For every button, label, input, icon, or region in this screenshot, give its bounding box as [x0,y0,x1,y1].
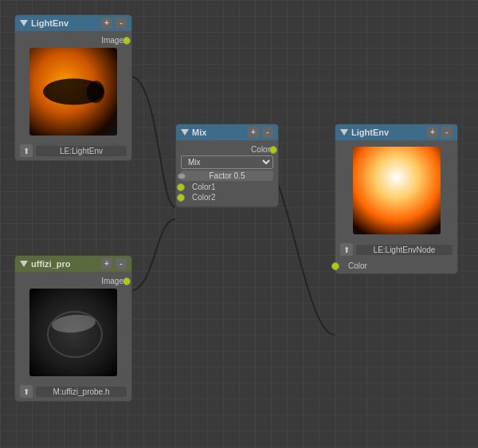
lightenv1-thumbnail [29,48,117,136]
uffizi-footer: ⬆ M:uffizi_probe.h [15,383,131,401]
mix-header: Mix + - [176,124,278,140]
lightenv2-content [335,140,457,241]
lightenv2-color-label: Color [348,261,367,270]
lightenv2-sphere-img [353,147,441,234]
uffizi-image-label: Image [101,277,123,285]
uffizi-image-socket[interactable] [123,277,131,285]
lightenv1-image-socket[interactable] [123,37,131,45]
uffizi-content: Image [15,272,131,383]
collapse-icon-2[interactable] [340,129,348,136]
collapse-icon-uffizi[interactable] [20,261,28,267]
uffizi-footer-arrow-btn[interactable]: ⬆ [20,385,33,398]
uffizi-header: uffizi_pro + - [15,256,131,272]
collapse-icon-mix[interactable] [181,129,189,136]
mix-color2-socket[interactable] [177,194,185,202]
mix-type-select[interactable]: Mix [181,155,273,169]
lightenv1-sphere-img [29,48,117,136]
mix-type-row: Mix [181,155,273,169]
mix-color-out-socket[interactable] [269,146,277,154]
lightenv1-content: Image [15,31,131,142]
lightenv2-footer: ⬆ LE:LightEnvNode [335,241,457,259]
mix-color1-label: Color1 [192,183,215,191]
lightenv2-thumbnail [353,147,441,234]
uffizi-footer-label: M:uffizi_probe.h [36,387,127,397]
lightenv2-title: LightEnv [351,128,424,137]
mix-factor-row[interactable]: Factor 0.5 [181,171,273,181]
mix-node: Mix + - Color Mix Factor 0.5 Color1 Colo… [175,124,279,207]
uffizi-plus-btn[interactable]: + [101,258,112,269]
mix-color-out-row: Color [181,145,273,154]
lightenv2-color-row: Color [335,259,457,273]
lightenv-node-2: LightEnv + - ⬆ LE:LightEnvNode Color [335,124,458,274]
lightenv-node-1: LightEnv + - Image ⬆ LE:LightEnv [14,14,132,161]
lightenv1-footer-arrow-btn[interactable]: ⬆ [20,144,33,157]
uffizi-minus-btn[interactable]: - [116,258,127,269]
uffizi-sphere-img [29,289,117,376]
lightenv2-minus-btn[interactable]: - [441,127,453,138]
mix-plus-btn[interactable]: + [248,127,259,138]
lightenv2-color-socket[interactable] [331,262,339,270]
uffizi-node: uffizi_pro + - Image ⬆ M:uffizi_probe.h [14,255,132,402]
mix-color1-socket[interactable] [177,183,185,191]
mix-minus-btn[interactable]: - [262,127,273,138]
lightenv1-title: LightEnv [31,18,98,28]
lightenv1-plus-btn[interactable]: + [101,18,112,29]
lightenv2-footer-arrow-btn[interactable]: ⬆ [340,243,353,256]
lightenv1-minus-btn[interactable]: - [116,18,127,29]
mix-factor-label: Factor 0.5 [184,171,270,180]
uffizi-thumbnail [29,289,117,376]
lightenv1-image-label: Image [101,36,123,45]
lightenv2-footer-label: LE:LightEnvNode [356,245,453,255]
lightenv1-footer-label: LE:LightEnv [36,146,127,156]
mix-factor-socket [178,173,186,179]
collapse-icon-1[interactable] [20,20,28,26]
lightenv1-image-socket-row: Image [20,36,127,45]
uffizi-title: uffizi_pro [31,259,98,269]
mix-color2-row: Color2 [181,193,273,202]
lightenv1-footer: ⬆ LE:LightEnv [15,142,131,160]
lightenv1-header: LightEnv + - [15,15,131,31]
mix-color2-label: Color2 [192,193,215,202]
uffizi-image-socket-row: Image [20,277,127,285]
mix-title: Mix [192,128,245,137]
mix-color1-row: Color1 [181,183,273,191]
lightenv2-plus-btn[interactable]: + [427,127,438,138]
mix-content: Color Mix Factor 0.5 Color1 Color2 [176,140,278,206]
mix-color-out-label: Color [251,145,270,154]
lightenv2-header: LightEnv + - [335,124,457,140]
